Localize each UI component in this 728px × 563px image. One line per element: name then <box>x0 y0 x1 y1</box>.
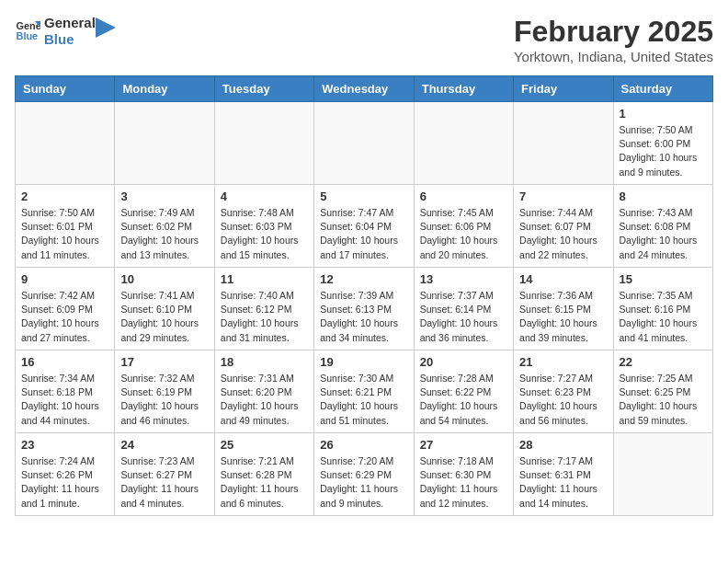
calendar-week-row: 1Sunrise: 7:50 AM Sunset: 6:00 PM Daylig… <box>16 102 713 185</box>
calendar-cell: 24Sunrise: 7:23 AM Sunset: 6:27 PM Dayli… <box>115 433 214 516</box>
day-info: Sunrise: 7:49 AM Sunset: 6:02 PM Dayligh… <box>120 206 208 262</box>
logo-general: General <box>44 15 96 31</box>
calendar-week-row: 23Sunrise: 7:24 AM Sunset: 6:26 PM Dayli… <box>16 433 713 516</box>
calendar-cell: 25Sunrise: 7:21 AM Sunset: 6:28 PM Dayli… <box>214 433 313 516</box>
day-info: Sunrise: 7:43 AM Sunset: 6:08 PM Dayligh… <box>620 206 707 262</box>
day-number: 21 <box>519 355 607 369</box>
day-info: Sunrise: 7:21 AM Sunset: 6:28 PM Dayligh… <box>221 454 308 511</box>
month-title: February 2025 <box>514 15 713 49</box>
day-number: 22 <box>620 355 707 369</box>
day-number: 17 <box>120 355 208 369</box>
calendar-cell: 17Sunrise: 7:32 AM Sunset: 6:19 PM Dayli… <box>115 350 214 433</box>
day-info: Sunrise: 7:31 AM Sunset: 6:20 PM Dayligh… <box>221 372 308 428</box>
day-info: Sunrise: 7:37 AM Sunset: 6:14 PM Dayligh… <box>420 289 507 345</box>
day-number: 10 <box>120 272 208 286</box>
calendar-cell: 8Sunrise: 7:43 AM Sunset: 6:08 PM Daylig… <box>613 185 712 268</box>
day-number: 13 <box>420 272 507 286</box>
day-info: Sunrise: 7:24 AM Sunset: 6:26 PM Dayligh… <box>21 454 108 511</box>
calendar-cell: 21Sunrise: 7:27 AM Sunset: 6:23 PM Dayli… <box>514 350 613 433</box>
weekday-header-saturday: Saturday <box>613 76 712 102</box>
calendar-cell: 19Sunrise: 7:30 AM Sunset: 6:21 PM Dayli… <box>314 350 414 433</box>
weekday-header-thursday: Thursday <box>414 76 513 102</box>
day-number: 16 <box>21 355 108 369</box>
calendar-cell: 3Sunrise: 7:49 AM Sunset: 6:02 PM Daylig… <box>115 185 214 268</box>
day-info: Sunrise: 7:34 AM Sunset: 6:18 PM Dayligh… <box>21 372 108 428</box>
logo-arrow-icon <box>96 17 116 38</box>
day-number: 4 <box>221 190 308 203</box>
calendar-cell: 11Sunrise: 7:40 AM Sunset: 6:12 PM Dayli… <box>214 268 313 350</box>
day-number: 5 <box>320 190 407 203</box>
calendar-cell <box>514 102 613 185</box>
day-number: 19 <box>320 355 407 369</box>
calendar-cell: 10Sunrise: 7:41 AM Sunset: 6:10 PM Dayli… <box>115 268 214 350</box>
day-info: Sunrise: 7:50 AM Sunset: 6:00 PM Dayligh… <box>620 123 707 179</box>
calendar-cell <box>414 102 513 185</box>
day-number: 6 <box>420 190 507 203</box>
calendar-week-row: 9Sunrise: 7:42 AM Sunset: 6:09 PM Daylig… <box>16 268 713 350</box>
day-info: Sunrise: 7:32 AM Sunset: 6:19 PM Dayligh… <box>120 372 208 428</box>
calendar-cell: 23Sunrise: 7:24 AM Sunset: 6:26 PM Dayli… <box>16 433 115 516</box>
calendar-table: SundayMondayTuesdayWednesdayThursdayFrid… <box>15 75 713 516</box>
day-number: 27 <box>420 438 507 452</box>
weekday-header-friday: Friday <box>514 76 613 102</box>
weekday-header-wednesday: Wednesday <box>314 76 414 102</box>
logo-icon: General Blue <box>15 18 40 44</box>
day-info: Sunrise: 7:36 AM Sunset: 6:15 PM Dayligh… <box>519 289 607 345</box>
calendar-cell: 5Sunrise: 7:47 AM Sunset: 6:04 PM Daylig… <box>314 185 414 268</box>
day-number: 1 <box>620 107 707 121</box>
day-info: Sunrise: 7:50 AM Sunset: 6:01 PM Dayligh… <box>21 206 108 262</box>
weekday-header-tuesday: Tuesday <box>214 76 313 102</box>
calendar-cell: 14Sunrise: 7:36 AM Sunset: 6:15 PM Dayli… <box>514 268 613 350</box>
day-info: Sunrise: 7:23 AM Sunset: 6:27 PM Dayligh… <box>120 454 208 511</box>
logo-blue: Blue <box>44 31 96 48</box>
logo: General Blue General Blue <box>15 15 116 48</box>
calendar-cell <box>613 433 712 516</box>
day-number: 20 <box>420 355 507 369</box>
day-info: Sunrise: 7:47 AM Sunset: 6:04 PM Dayligh… <box>320 206 407 262</box>
calendar-cell: 18Sunrise: 7:31 AM Sunset: 6:20 PM Dayli… <box>214 350 313 433</box>
day-info: Sunrise: 7:18 AM Sunset: 6:30 PM Dayligh… <box>420 454 507 511</box>
calendar-cell: 13Sunrise: 7:37 AM Sunset: 6:14 PM Dayli… <box>414 268 513 350</box>
calendar-cell: 6Sunrise: 7:45 AM Sunset: 6:06 PM Daylig… <box>414 185 513 268</box>
calendar-week-row: 16Sunrise: 7:34 AM Sunset: 6:18 PM Dayli… <box>16 350 713 433</box>
calendar-cell: 22Sunrise: 7:25 AM Sunset: 6:25 PM Dayli… <box>613 350 712 433</box>
day-info: Sunrise: 7:25 AM Sunset: 6:25 PM Dayligh… <box>620 372 707 428</box>
day-info: Sunrise: 7:30 AM Sunset: 6:21 PM Dayligh… <box>320 372 407 428</box>
page-header: General Blue General Blue February 2025 … <box>15 15 713 64</box>
calendar-cell <box>115 102 214 185</box>
day-number: 8 <box>620 190 707 203</box>
calendar-cell <box>314 102 414 185</box>
calendar-week-row: 2Sunrise: 7:50 AM Sunset: 6:01 PM Daylig… <box>16 185 713 268</box>
day-number: 18 <box>221 355 308 369</box>
day-number: 9 <box>21 272 108 286</box>
day-info: Sunrise: 7:20 AM Sunset: 6:29 PM Dayligh… <box>320 454 407 511</box>
calendar-cell: 16Sunrise: 7:34 AM Sunset: 6:18 PM Dayli… <box>16 350 115 433</box>
day-info: Sunrise: 7:27 AM Sunset: 6:23 PM Dayligh… <box>519 372 607 428</box>
calendar-cell: 26Sunrise: 7:20 AM Sunset: 6:29 PM Dayli… <box>314 433 414 516</box>
location: Yorktown, Indiana, United States <box>514 49 713 64</box>
day-number: 2 <box>21 190 108 203</box>
day-info: Sunrise: 7:41 AM Sunset: 6:10 PM Dayligh… <box>120 289 208 345</box>
day-info: Sunrise: 7:28 AM Sunset: 6:22 PM Dayligh… <box>420 372 507 428</box>
svg-marker-3 <box>96 17 116 38</box>
day-number: 14 <box>519 272 607 286</box>
day-number: 7 <box>519 190 607 203</box>
day-info: Sunrise: 7:39 AM Sunset: 6:13 PM Dayligh… <box>320 289 407 345</box>
svg-text:Blue: Blue <box>17 30 39 41</box>
calendar-cell <box>214 102 313 185</box>
weekday-header-row: SundayMondayTuesdayWednesdayThursdayFrid… <box>16 76 713 102</box>
calendar-cell: 28Sunrise: 7:17 AM Sunset: 6:31 PM Dayli… <box>514 433 613 516</box>
day-info: Sunrise: 7:40 AM Sunset: 6:12 PM Dayligh… <box>221 289 308 345</box>
day-number: 25 <box>221 438 308 452</box>
weekday-header-monday: Monday <box>115 76 214 102</box>
day-info: Sunrise: 7:35 AM Sunset: 6:16 PM Dayligh… <box>620 289 707 345</box>
day-number: 12 <box>320 272 407 286</box>
calendar-cell: 7Sunrise: 7:44 AM Sunset: 6:07 PM Daylig… <box>514 185 613 268</box>
day-number: 26 <box>320 438 407 452</box>
day-number: 28 <box>519 438 607 452</box>
calendar-cell: 15Sunrise: 7:35 AM Sunset: 6:16 PM Dayli… <box>613 268 712 350</box>
calendar-cell: 1Sunrise: 7:50 AM Sunset: 6:00 PM Daylig… <box>613 102 712 185</box>
day-info: Sunrise: 7:44 AM Sunset: 6:07 PM Dayligh… <box>519 206 607 262</box>
calendar-cell: 27Sunrise: 7:18 AM Sunset: 6:30 PM Dayli… <box>414 433 513 516</box>
weekday-header-sunday: Sunday <box>16 76 115 102</box>
